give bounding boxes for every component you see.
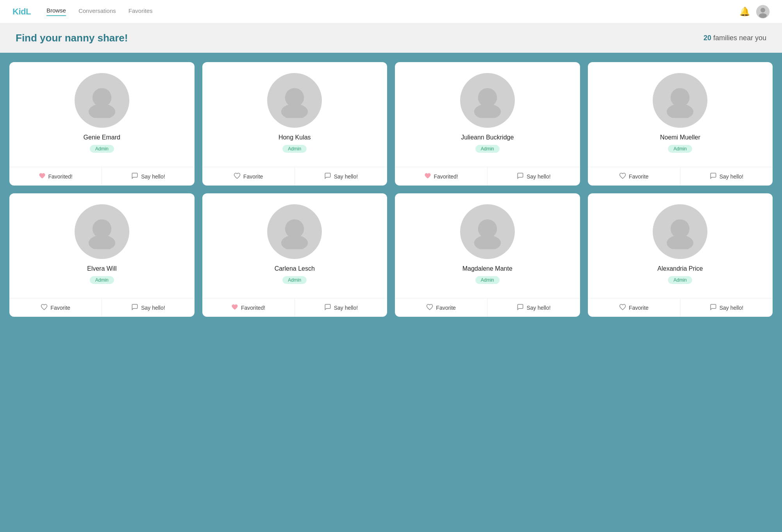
- logo: KidL: [12, 7, 31, 17]
- heart-icon: [41, 303, 48, 312]
- svg-point-1: [761, 8, 765, 12]
- card-avatar: [653, 73, 707, 128]
- card: Noemi Mueller Admin Favorite Say hello!: [588, 62, 773, 186]
- admin-badge: Admin: [90, 276, 114, 284]
- say-hello-button[interactable]: Say hello!: [487, 298, 580, 317]
- card-body: Julieann Buckridge Admin: [395, 62, 580, 161]
- header: KidL BrowseConversationsFavorites 🔔: [0, 0, 782, 23]
- card-body: Elvera Will Admin: [9, 193, 195, 292]
- admin-badge: Admin: [90, 145, 114, 153]
- banner-count: 20 families near you: [703, 34, 766, 42]
- card: Julieann Buckridge Admin Favorited! Say …: [395, 62, 580, 186]
- card-actions: Favorite Say hello!: [588, 298, 773, 317]
- chat-icon: [324, 172, 331, 180]
- heart-icon: [424, 172, 431, 180]
- hello-label: Say hello!: [527, 305, 550, 311]
- card-name: Hong Kulas: [279, 134, 311, 141]
- card-name: Julieann Buckridge: [461, 134, 514, 141]
- favorite-label: Favorited!: [241, 305, 265, 311]
- card-body: Genie Emard Admin: [9, 62, 195, 161]
- nav-item-conversations[interactable]: Conversations: [79, 7, 116, 16]
- card-name: Elvera Will: [87, 265, 117, 272]
- hello-label: Say hello!: [334, 305, 358, 311]
- card-actions: Favorited! Say hello!: [9, 167, 195, 186]
- admin-badge: Admin: [475, 145, 500, 153]
- favorite-button[interactable]: Favorite: [395, 298, 487, 317]
- cards-grid: Genie Emard Admin Favorited! Say hello!: [0, 53, 782, 326]
- say-hello-button[interactable]: Say hello!: [102, 298, 194, 317]
- favorite-button[interactable]: Favorite: [588, 298, 680, 317]
- say-hello-button[interactable]: Say hello!: [487, 167, 580, 186]
- admin-badge: Admin: [668, 276, 692, 284]
- card-actions: Favorited! Say hello!: [395, 167, 580, 186]
- card-actions: Favorite Say hello!: [395, 298, 580, 317]
- bell-icon[interactable]: 🔔: [739, 7, 750, 17]
- banner: Find your nanny share! 20 families near …: [0, 23, 782, 53]
- favorite-label: Favorite: [629, 305, 649, 311]
- hello-label: Say hello!: [527, 173, 550, 180]
- card-name: Noemi Mueller: [660, 134, 700, 141]
- favorite-button[interactable]: Favorited!: [395, 167, 487, 186]
- card-avatar: [75, 73, 129, 128]
- chat-icon: [131, 172, 138, 180]
- admin-badge: Admin: [475, 276, 500, 284]
- favorite-button[interactable]: Favorite: [9, 298, 102, 317]
- hello-label: Say hello!: [720, 173, 743, 180]
- heart-icon: [619, 172, 626, 180]
- admin-badge: Admin: [668, 145, 692, 153]
- card-avatar: [267, 73, 322, 128]
- favorite-button[interactable]: Favorite: [588, 167, 680, 186]
- heart-icon: [39, 172, 46, 180]
- card-actions: Favorite Say hello!: [588, 167, 773, 186]
- chat-icon: [324, 303, 331, 312]
- chat-icon: [517, 303, 524, 312]
- card-avatar: [460, 73, 515, 128]
- card-body: Hong Kulas Admin: [202, 62, 387, 161]
- svg-point-12: [89, 235, 115, 249]
- say-hello-button[interactable]: Say hello!: [295, 298, 387, 317]
- heart-icon: [231, 303, 238, 312]
- favorite-button[interactable]: Favorited!: [9, 167, 102, 186]
- card-body: Carlena Lesch Admin: [202, 193, 387, 292]
- card: Elvera Will Admin Favorite Say hello!: [9, 193, 195, 317]
- favorite-button[interactable]: Favorited!: [202, 298, 295, 317]
- nav-item-browse[interactable]: Browse: [46, 7, 66, 16]
- svg-point-14: [281, 235, 308, 249]
- card-name: Carlena Lesch: [275, 265, 315, 272]
- card: Genie Emard Admin Favorited! Say hello!: [9, 62, 195, 186]
- hello-label: Say hello!: [720, 305, 743, 311]
- card-body: Alexandria Price Admin: [588, 193, 773, 292]
- card-name: Genie Emard: [84, 134, 120, 141]
- say-hello-button[interactable]: Say hello!: [680, 298, 773, 317]
- user-avatar[interactable]: [756, 5, 770, 18]
- favorite-button[interactable]: Favorite: [202, 167, 295, 186]
- say-hello-button[interactable]: Say hello!: [295, 167, 387, 186]
- admin-badge: Admin: [282, 145, 307, 153]
- card-avatar: [75, 204, 129, 259]
- say-hello-button[interactable]: Say hello!: [102, 167, 194, 186]
- svg-point-8: [474, 104, 501, 118]
- chat-icon: [517, 172, 524, 180]
- heart-icon: [234, 172, 241, 180]
- card-actions: Favorited! Say hello!: [202, 298, 387, 317]
- admin-badge: Admin: [282, 276, 307, 284]
- svg-point-6: [281, 104, 308, 118]
- card: Alexandria Price Admin Favorite Say hell…: [588, 193, 773, 317]
- card: Hong Kulas Admin Favorite Say hello!: [202, 62, 387, 186]
- card-body: Noemi Mueller Admin: [588, 62, 773, 161]
- hello-label: Say hello!: [141, 173, 165, 180]
- nav-item-favorites[interactable]: Favorites: [129, 7, 153, 16]
- svg-point-16: [474, 235, 501, 249]
- hello-label: Say hello!: [141, 305, 165, 311]
- say-hello-button[interactable]: Say hello!: [680, 167, 773, 186]
- svg-point-10: [667, 104, 693, 118]
- svg-point-4: [89, 104, 115, 118]
- chat-icon: [131, 303, 138, 312]
- nav: BrowseConversationsFavorites: [46, 7, 739, 16]
- favorite-label: Favorite: [50, 305, 70, 311]
- card-name: Alexandria Price: [657, 265, 703, 272]
- chat-icon: [710, 303, 717, 312]
- families-count-text: families near you: [713, 34, 766, 42]
- favorite-label: Favorite: [243, 173, 263, 180]
- card: Carlena Lesch Admin Favorited! Say hello…: [202, 193, 387, 317]
